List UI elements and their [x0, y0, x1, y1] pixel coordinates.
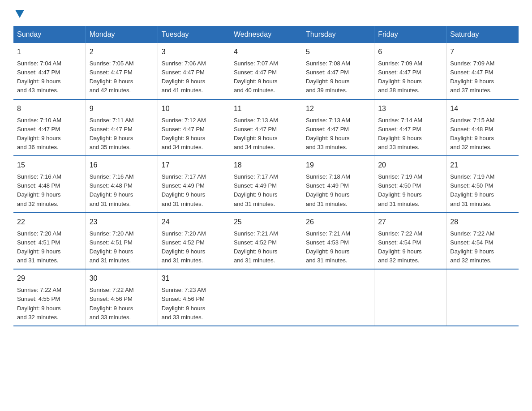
- day-info: Sunrise: 7:10 AMSunset: 4:47 PMDaylight:…: [17, 116, 82, 152]
- day-info: Sunrise: 7:20 AMSunset: 4:52 PMDaylight:…: [162, 229, 226, 265]
- header-saturday: Saturday: [446, 26, 519, 43]
- calendar-cell: [374, 269, 446, 326]
- calendar-table: SundayMondayTuesdayWednesdayThursdayFrid…: [13, 26, 519, 326]
- header-tuesday: Tuesday: [158, 26, 230, 43]
- day-info: Sunrise: 7:09 AMSunset: 4:47 PMDaylight:…: [378, 59, 442, 95]
- calendar-cell: 26Sunrise: 7:21 AMSunset: 4:53 PMDayligh…: [302, 213, 374, 270]
- day-number: 9: [90, 103, 154, 114]
- day-number: 16: [90, 160, 154, 171]
- calendar-cell: 14Sunrise: 7:15 AMSunset: 4:48 PMDayligh…: [446, 99, 519, 156]
- calendar-cell: [446, 269, 519, 326]
- day-info: Sunrise: 7:16 AMSunset: 4:48 PMDaylight:…: [90, 172, 154, 209]
- day-info: Sunrise: 7:13 AMSunset: 4:47 PMDaylight:…: [234, 116, 298, 152]
- day-info: Sunrise: 7:15 AMSunset: 4:48 PMDaylight:…: [450, 116, 515, 152]
- day-info: Sunrise: 7:22 AMSunset: 4:55 PMDaylight:…: [17, 286, 82, 322]
- week-row-5: 29Sunrise: 7:22 AMSunset: 4:55 PMDayligh…: [13, 269, 519, 326]
- calendar-cell: [302, 269, 374, 326]
- day-number: 20: [378, 160, 442, 171]
- logo-blue-text: [13, 9, 24, 17]
- day-info: Sunrise: 7:06 AMSunset: 4:47 PMDaylight:…: [162, 59, 226, 95]
- calendar-cell: 22Sunrise: 7:20 AMSunset: 4:51 PMDayligh…: [13, 213, 86, 270]
- day-number: 27: [378, 217, 442, 227]
- calendar-cell: 5Sunrise: 7:08 AMSunset: 4:47 PMDaylight…: [302, 43, 374, 99]
- calendar-cell: 28Sunrise: 7:22 AMSunset: 4:54 PMDayligh…: [446, 213, 519, 270]
- day-number: 8: [17, 103, 82, 114]
- day-number: 11: [234, 103, 298, 114]
- day-number: 25: [234, 217, 298, 227]
- day-info: Sunrise: 7:12 AMSunset: 4:47 PMDaylight:…: [162, 116, 226, 152]
- calendar-cell: 16Sunrise: 7:16 AMSunset: 4:48 PMDayligh…: [86, 156, 158, 213]
- day-info: Sunrise: 7:23 AMSunset: 4:56 PMDaylight:…: [162, 286, 226, 322]
- day-number: 7: [450, 47, 515, 57]
- day-info: Sunrise: 7:19 AMSunset: 4:50 PMDaylight:…: [378, 172, 442, 209]
- day-number: 6: [378, 47, 442, 57]
- calendar-cell: 8Sunrise: 7:10 AMSunset: 4:47 PMDaylight…: [13, 99, 86, 156]
- calendar-cell: 10Sunrise: 7:12 AMSunset: 4:47 PMDayligh…: [158, 99, 230, 156]
- calendar-cell: 31Sunrise: 7:23 AMSunset: 4:56 PMDayligh…: [158, 269, 230, 326]
- day-number: 30: [90, 273, 154, 284]
- week-row-1: 1Sunrise: 7:04 AMSunset: 4:47 PMDaylight…: [13, 43, 519, 99]
- calendar-cell: 27Sunrise: 7:22 AMSunset: 4:54 PMDayligh…: [374, 213, 446, 270]
- calendar-cell: 23Sunrise: 7:20 AMSunset: 4:51 PMDayligh…: [86, 213, 158, 270]
- calendar-cell: 4Sunrise: 7:07 AMSunset: 4:47 PMDaylight…: [230, 43, 302, 99]
- day-info: Sunrise: 7:09 AMSunset: 4:47 PMDaylight:…: [450, 59, 515, 95]
- day-number: 22: [17, 217, 82, 227]
- calendar-header-row: SundayMondayTuesdayWednesdayThursdayFrid…: [13, 26, 519, 43]
- day-number: 24: [162, 217, 226, 227]
- day-number: 2: [90, 47, 154, 57]
- calendar-cell: 29Sunrise: 7:22 AMSunset: 4:55 PMDayligh…: [13, 269, 86, 326]
- day-info: Sunrise: 7:20 AMSunset: 4:51 PMDaylight:…: [17, 229, 82, 265]
- page-header: [13, 9, 519, 17]
- calendar-cell: 18Sunrise: 7:17 AMSunset: 4:49 PMDayligh…: [230, 156, 302, 213]
- logo: [13, 9, 24, 17]
- day-info: Sunrise: 7:22 AMSunset: 4:54 PMDaylight:…: [378, 229, 442, 265]
- day-number: 18: [234, 160, 298, 171]
- day-info: Sunrise: 7:22 AMSunset: 4:56 PMDaylight:…: [90, 286, 154, 322]
- day-info: Sunrise: 7:05 AMSunset: 4:47 PMDaylight:…: [90, 59, 154, 95]
- calendar-cell: 19Sunrise: 7:18 AMSunset: 4:49 PMDayligh…: [302, 156, 374, 213]
- calendar-cell: 25Sunrise: 7:21 AMSunset: 4:52 PMDayligh…: [230, 213, 302, 270]
- header-sunday: Sunday: [13, 26, 86, 43]
- calendar-cell: 20Sunrise: 7:19 AMSunset: 4:50 PMDayligh…: [374, 156, 446, 213]
- day-info: Sunrise: 7:08 AMSunset: 4:47 PMDaylight:…: [306, 59, 370, 95]
- day-number: 17: [162, 160, 226, 171]
- day-number: 10: [162, 103, 226, 114]
- day-number: 31: [162, 273, 226, 284]
- day-info: Sunrise: 7:17 AMSunset: 4:49 PMDaylight:…: [162, 172, 226, 209]
- calendar-cell: 11Sunrise: 7:13 AMSunset: 4:47 PMDayligh…: [230, 99, 302, 156]
- calendar-cell: 30Sunrise: 7:22 AMSunset: 4:56 PMDayligh…: [86, 269, 158, 326]
- day-number: 28: [450, 217, 515, 227]
- calendar-cell: 1Sunrise: 7:04 AMSunset: 4:47 PMDaylight…: [13, 43, 86, 99]
- day-info: Sunrise: 7:13 AMSunset: 4:47 PMDaylight:…: [306, 116, 370, 152]
- week-row-4: 22Sunrise: 7:20 AMSunset: 4:51 PMDayligh…: [13, 213, 519, 270]
- calendar-cell: 3Sunrise: 7:06 AMSunset: 4:47 PMDaylight…: [158, 43, 230, 99]
- calendar-cell: 15Sunrise: 7:16 AMSunset: 4:48 PMDayligh…: [13, 156, 86, 213]
- week-row-2: 8Sunrise: 7:10 AMSunset: 4:47 PMDaylight…: [13, 99, 519, 156]
- logo-triangle-icon: [15, 10, 24, 18]
- day-info: Sunrise: 7:22 AMSunset: 4:54 PMDaylight:…: [450, 229, 515, 265]
- calendar-cell: [230, 269, 302, 326]
- day-number: 14: [450, 103, 515, 114]
- day-info: Sunrise: 7:21 AMSunset: 4:52 PMDaylight:…: [234, 229, 298, 265]
- header-thursday: Thursday: [302, 26, 374, 43]
- day-info: Sunrise: 7:20 AMSunset: 4:51 PMDaylight:…: [90, 229, 154, 265]
- day-info: Sunrise: 7:04 AMSunset: 4:47 PMDaylight:…: [17, 59, 82, 95]
- calendar-cell: 13Sunrise: 7:14 AMSunset: 4:47 PMDayligh…: [374, 99, 446, 156]
- calendar-cell: 6Sunrise: 7:09 AMSunset: 4:47 PMDaylight…: [374, 43, 446, 99]
- calendar-cell: 17Sunrise: 7:17 AMSunset: 4:49 PMDayligh…: [158, 156, 230, 213]
- day-info: Sunrise: 7:21 AMSunset: 4:53 PMDaylight:…: [306, 229, 370, 265]
- header-friday: Friday: [374, 26, 446, 43]
- day-info: Sunrise: 7:19 AMSunset: 4:50 PMDaylight:…: [450, 172, 515, 209]
- calendar-cell: 21Sunrise: 7:19 AMSunset: 4:50 PMDayligh…: [446, 156, 519, 213]
- day-number: 23: [90, 217, 154, 227]
- day-info: Sunrise: 7:18 AMSunset: 4:49 PMDaylight:…: [306, 172, 370, 209]
- day-number: 3: [162, 47, 226, 57]
- day-number: 19: [306, 160, 370, 171]
- day-number: 12: [306, 103, 370, 114]
- day-info: Sunrise: 7:11 AMSunset: 4:47 PMDaylight:…: [90, 116, 154, 152]
- day-info: Sunrise: 7:16 AMSunset: 4:48 PMDaylight:…: [17, 172, 82, 209]
- day-number: 26: [306, 217, 370, 227]
- day-number: 4: [234, 47, 298, 57]
- calendar-cell: 2Sunrise: 7:05 AMSunset: 4:47 PMDaylight…: [86, 43, 158, 99]
- day-number: 29: [17, 273, 82, 284]
